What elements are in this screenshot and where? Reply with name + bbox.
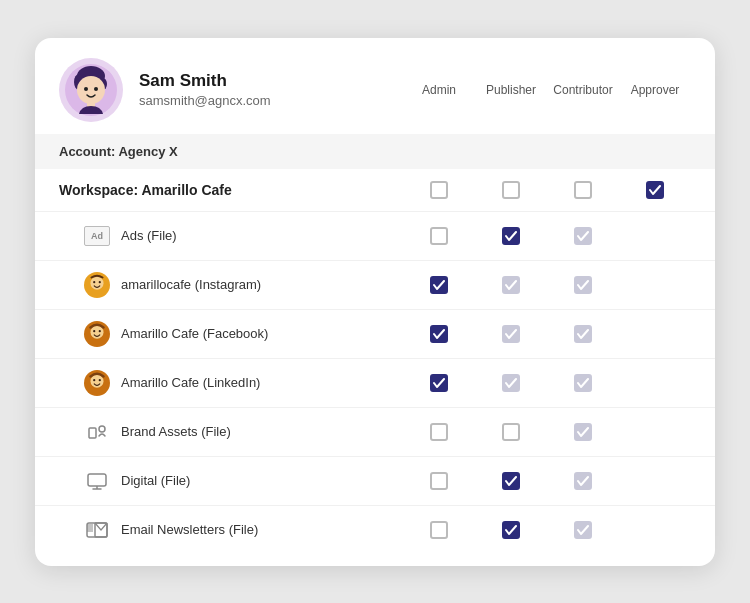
list-item: Amarillo Cafe (LinkedIn): [35, 359, 715, 408]
item-checkboxes: [403, 276, 691, 294]
ads-file-icon: Ad: [84, 226, 110, 246]
item-cb[interactable]: [430, 227, 448, 245]
svg-point-19: [99, 379, 101, 381]
item-cb[interactable]: [502, 325, 520, 343]
item-label: Ads (File): [121, 228, 393, 243]
item-label: Amarillo Cafe (LinkedIn): [121, 375, 393, 390]
item-cb[interactable]: [430, 325, 448, 343]
list-item: Amarillo Cafe (Facebook): [35, 310, 715, 359]
role-publisher: Publisher: [475, 83, 547, 97]
item-label: Email Newsletters (File): [121, 522, 393, 537]
item-cb[interactable]: [502, 472, 520, 490]
workspace-label: Workspace: Amarillo Cafe: [59, 182, 403, 198]
svg-rect-20: [89, 428, 96, 438]
item-cb[interactable]: [430, 472, 448, 490]
facebook-icon: [83, 320, 111, 348]
item-cb[interactable]: [502, 423, 520, 441]
svg-point-11: [99, 281, 101, 283]
main-card: Sam Smith samsmith@agncx.com Admin Publi…: [35, 38, 715, 566]
item-checkboxes: [403, 227, 691, 245]
user-name: Sam Smith: [139, 71, 387, 91]
item-checkboxes: [403, 423, 691, 441]
item-label: Brand Assets (File): [121, 424, 393, 439]
list-item: Email Newsletters (File): [35, 506, 715, 554]
svg-point-15: [99, 330, 101, 332]
svg-point-21: [99, 426, 105, 432]
list-item: amarillocafe (Instagram): [35, 261, 715, 310]
table-area: Workspace: Amarillo Cafe: [35, 169, 715, 566]
ads-icon: Ad: [83, 222, 111, 250]
role-headers: Admin Publisher Contributor Approver: [403, 83, 691, 97]
checkbox-publisher[interactable]: [502, 181, 520, 199]
item-cb[interactable]: [502, 521, 520, 539]
item-cb[interactable]: [574, 227, 592, 245]
svg-point-10: [93, 281, 95, 283]
user-email: samsmith@agncx.com: [139, 93, 387, 108]
svg-point-5: [84, 87, 88, 91]
item-cb[interactable]: [430, 276, 448, 294]
ws-cb-publisher[interactable]: [475, 181, 547, 199]
item-cb[interactable]: [574, 521, 592, 539]
email-icon: [83, 516, 111, 544]
account-label: Account: Agency X: [35, 134, 715, 169]
digital-icon: [83, 467, 111, 495]
item-cb[interactable]: [574, 472, 592, 490]
role-approver: Approver: [619, 83, 691, 97]
list-item: Ad Ads (File): [35, 212, 715, 261]
ws-cb-contributor[interactable]: [547, 181, 619, 199]
ws-cb-approver[interactable]: [619, 181, 691, 199]
list-item: Brand Assets (File): [35, 408, 715, 457]
brand-icon: [83, 418, 111, 446]
workspace-row: Workspace: Amarillo Cafe: [35, 169, 715, 212]
list-item: Digital (File): [35, 457, 715, 506]
item-cb[interactable]: [502, 374, 520, 392]
svg-point-4: [77, 76, 105, 104]
item-label: amarillocafe (Instagram): [121, 277, 393, 292]
instagram-icon: [83, 271, 111, 299]
header: Sam Smith samsmith@agncx.com Admin Publi…: [35, 38, 715, 134]
item-cb[interactable]: [430, 374, 448, 392]
item-cb[interactable]: [574, 374, 592, 392]
item-label: Digital (File): [121, 473, 393, 488]
ws-cb-admin[interactable]: [403, 181, 475, 199]
item-cb[interactable]: [574, 325, 592, 343]
user-info: Sam Smith samsmith@agncx.com: [139, 71, 387, 108]
checkbox-admin[interactable]: [430, 181, 448, 199]
svg-point-14: [93, 330, 95, 332]
item-cb[interactable]: [430, 423, 448, 441]
role-admin: Admin: [403, 83, 475, 97]
item-checkboxes: [403, 521, 691, 539]
item-cb[interactable]: [502, 227, 520, 245]
checkbox-contributor[interactable]: [574, 181, 592, 199]
item-label: Amarillo Cafe (Facebook): [121, 326, 393, 341]
item-checkboxes: [403, 374, 691, 392]
role-contributor: Contributor: [547, 83, 619, 97]
svg-point-18: [93, 379, 95, 381]
workspace-checkboxes: [403, 181, 691, 199]
item-cb[interactable]: [574, 423, 592, 441]
item-checkboxes: [403, 325, 691, 343]
item-cb[interactable]: [502, 276, 520, 294]
avatar: [59, 58, 123, 122]
linkedin-icon: [83, 369, 111, 397]
svg-rect-22: [88, 474, 106, 486]
checkbox-approver[interactable]: [646, 181, 664, 199]
item-cb[interactable]: [574, 276, 592, 294]
item-checkboxes: [403, 472, 691, 490]
item-cb[interactable]: [430, 521, 448, 539]
svg-point-6: [94, 87, 98, 91]
